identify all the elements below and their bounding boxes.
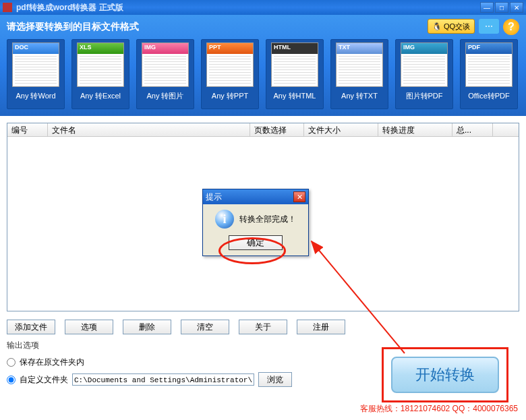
start-convert-button[interactable]: 开始转换 bbox=[391, 357, 499, 393]
col-header[interactable]: 页数选择 bbox=[250, 123, 304, 136]
same-folder-radio[interactable] bbox=[7, 358, 16, 367]
format-badge: IMG bbox=[401, 43, 447, 54]
format-item-4[interactable]: HTMLAny 转HTML bbox=[266, 39, 324, 109]
format-item-5[interactable]: TXTAny 转TXT bbox=[330, 39, 388, 109]
format-thumb: XLS bbox=[77, 42, 124, 87]
format-label: Any 转Excel bbox=[80, 91, 121, 101]
format-label: Office转PDF bbox=[468, 91, 510, 101]
format-thumb: IMG bbox=[142, 42, 189, 87]
format-thumb: PPT bbox=[206, 42, 254, 87]
format-badge: DOC bbox=[13, 43, 59, 54]
options-button[interactable]: 选项 bbox=[65, 320, 113, 334]
doc-preview bbox=[15, 54, 57, 84]
custom-folder-label: 自定义文件夹 bbox=[20, 374, 68, 386]
format-label: Any 转PPT bbox=[212, 91, 248, 101]
doc-preview bbox=[144, 54, 186, 84]
format-badge: IMG bbox=[142, 43, 188, 54]
format-label: Any 转Word bbox=[16, 91, 55, 101]
qq-chat-button[interactable]: 🐧 QQ交谈 bbox=[428, 19, 475, 34]
format-strip: DOCAny 转WordXLSAny 转ExcelIMGAny 转图片PPTAn… bbox=[7, 39, 519, 109]
doc-preview bbox=[209, 54, 251, 84]
format-thumb: PDF bbox=[465, 42, 513, 87]
format-prompt: 请选择要转换到的目标文件格式 bbox=[7, 21, 139, 33]
doc-preview bbox=[468, 54, 510, 84]
format-item-1[interactable]: XLSAny 转Excel bbox=[71, 39, 129, 109]
question-icon: ? bbox=[508, 21, 515, 33]
format-badge: PPT bbox=[207, 43, 253, 54]
format-badge: TXT bbox=[337, 43, 382, 54]
minimize-button[interactable]: — bbox=[480, 2, 494, 13]
dialog-ok-button[interactable]: 确定 bbox=[229, 235, 283, 250]
format-thumb: DOC bbox=[12, 42, 59, 87]
format-badge: XLS bbox=[78, 43, 123, 54]
path-input[interactable] bbox=[72, 373, 254, 386]
format-label: Any 转图片 bbox=[146, 91, 183, 101]
button-row: 添加文件 选项 删除 清空 关于 注册 bbox=[7, 320, 519, 334]
format-label: Any 转TXT bbox=[341, 91, 378, 101]
app-title: pdf转换成word转换器 正式版 bbox=[16, 2, 479, 13]
dialog-close-button[interactable]: ✕ bbox=[293, 191, 305, 202]
about-button[interactable]: 关于 bbox=[239, 320, 287, 334]
browse-button[interactable]: 浏览 bbox=[258, 372, 292, 387]
dialog-titlebar: 提示 ✕ bbox=[203, 189, 308, 204]
delete-button[interactable]: 删除 bbox=[123, 320, 171, 334]
main-area: 编号文件名页数选择文件大小转换进度总... 添加文件 选项 删除 清空 关于 注… bbox=[0, 116, 526, 398]
doc-preview bbox=[274, 54, 316, 84]
close-button[interactable]: ✕ bbox=[510, 2, 523, 13]
doc-preview bbox=[403, 54, 445, 84]
custom-folder-radio[interactable] bbox=[7, 376, 16, 384]
same-folder-label: 保存在原文件夹内 bbox=[20, 357, 84, 368]
message-button[interactable]: ⋯ bbox=[479, 19, 499, 34]
close-icon: ✕ bbox=[297, 193, 303, 202]
format-badge: PDF bbox=[466, 43, 512, 54]
help-button[interactable]: ? bbox=[503, 19, 519, 35]
output-label: 输出选项 bbox=[7, 340, 519, 351]
format-item-3[interactable]: PPTAny 转PPT bbox=[201, 39, 259, 109]
format-label: Any 转HTML bbox=[274, 91, 316, 101]
format-label: 图片转PDF bbox=[406, 91, 443, 101]
format-thumb: HTML bbox=[271, 42, 318, 87]
maximize-button[interactable]: □ bbox=[495, 2, 508, 13]
header: 请选择要转换到的目标文件格式 🐧 QQ交谈 ⋯ ? DOCAny 转WordXL… bbox=[0, 15, 526, 116]
alert-dialog: 提示 ✕ i 转换全部完成！ 确定 bbox=[202, 189, 309, 256]
add-file-button[interactable]: 添加文件 bbox=[7, 320, 55, 334]
format-item-0[interactable]: DOCAny 转Word bbox=[7, 39, 65, 109]
format-item-6[interactable]: IMG图片转PDF bbox=[395, 39, 453, 109]
dialog-title: 提示 bbox=[206, 191, 222, 203]
clear-button[interactable]: 清空 bbox=[181, 320, 229, 334]
format-badge: HTML bbox=[272, 43, 318, 54]
table-header: 编号文件名页数选择文件大小转换进度总... bbox=[7, 123, 519, 137]
info-icon: i bbox=[215, 210, 234, 229]
col-header[interactable]: 总... bbox=[452, 123, 493, 136]
hotline-text: 客服热线：18121074602 QQ：4000076365 bbox=[360, 403, 518, 415]
dialog-message: 转换全部完成！ bbox=[239, 214, 296, 225]
app-icon bbox=[3, 3, 12, 12]
format-thumb: TXT bbox=[336, 42, 383, 87]
format-thumb: IMG bbox=[401, 42, 448, 87]
chat-bubble-icon: ⋯ bbox=[485, 22, 493, 31]
register-button[interactable]: 注册 bbox=[297, 320, 345, 334]
format-item-7[interactable]: PDFOffice转PDF bbox=[460, 39, 518, 109]
col-header[interactable]: 编号 bbox=[7, 123, 48, 136]
doc-preview bbox=[80, 54, 121, 84]
col-header[interactable]: 文件名 bbox=[48, 123, 250, 136]
col-header[interactable]: 文件大小 bbox=[304, 123, 378, 136]
penguin-icon: 🐧 bbox=[432, 22, 442, 31]
col-header[interactable]: 转换进度 bbox=[378, 123, 452, 136]
titlebar: pdf转换成word转换器 正式版 — □ ✕ bbox=[0, 0, 526, 15]
format-item-2[interactable]: IMGAny 转图片 bbox=[136, 39, 194, 109]
doc-preview bbox=[339, 54, 380, 84]
